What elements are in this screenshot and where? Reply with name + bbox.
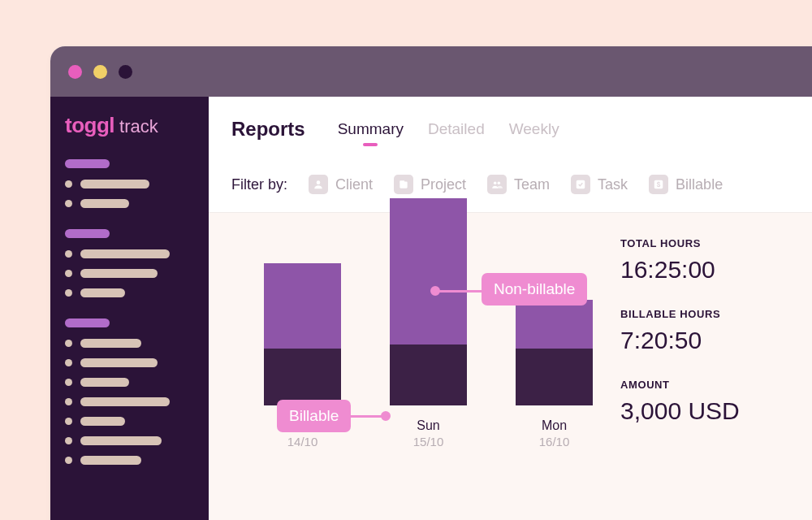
sidebar-item[interactable] <box>65 288 194 297</box>
filter-client[interactable]: Client <box>309 175 373 194</box>
filter-billable[interactable]: $Billable <box>649 175 723 194</box>
sidebar-item-label <box>80 339 141 348</box>
zoom-traffic-light[interactable] <box>119 65 132 79</box>
app-window: toggl track Reports SummaryDetailedWeekl… <box>50 46 812 520</box>
bar-date: 14/10 <box>287 435 318 448</box>
filter-label-text: Client <box>335 176 373 193</box>
filter-label-text: Billable <box>676 176 723 193</box>
sidebar-item-dot <box>65 418 72 425</box>
filter-label: Filter by: <box>231 176 287 193</box>
tab-summary[interactable]: Summary <box>338 120 404 138</box>
sidebar-item[interactable] <box>65 397 194 406</box>
report-header: Reports SummaryDetailedWeekly <box>209 97 812 149</box>
stat-value: 7:20:50 <box>620 327 807 354</box>
filter-label-text: Project <box>421 176 466 193</box>
window-body: toggl track Reports SummaryDetailedWeekl… <box>50 97 812 520</box>
bar-segment-nonbillable <box>516 300 593 349</box>
callout-nonbillable: Non-billable <box>482 273 587 306</box>
sidebar-item[interactable] <box>65 339 194 348</box>
filter-label-text: Team <box>514 176 550 193</box>
stat-value: 16:25:00 <box>620 256 807 284</box>
sidebar-item-label <box>80 249 170 258</box>
bar-segment-nonbillable <box>264 263 341 349</box>
sidebar-group <box>65 229 194 297</box>
main-area: Reports SummaryDetailedWeekly Filter by:… <box>209 97 812 520</box>
svg-text:$: $ <box>657 181 661 188</box>
stat-block: BILLABLE HOURS7:20:50 <box>620 308 807 354</box>
svg-point-3 <box>494 182 497 185</box>
sidebar-group-header[interactable] <box>65 318 110 327</box>
stats-panel: TOTAL HOURS16:25:00BILLABLE HOURS7:20:50… <box>620 237 807 520</box>
sidebar-item[interactable] <box>65 417 194 426</box>
filter-label-text: Task <box>598 176 628 193</box>
svg-point-0 <box>317 180 321 184</box>
svg-point-4 <box>498 182 501 185</box>
sidebar-item-dot <box>65 359 72 366</box>
filter-team[interactable]: Team <box>487 175 550 194</box>
chart-bar-column: Sun15/10 <box>390 198 467 448</box>
filter-bar: Filter by: ClientProjectTeamTask$Billabl… <box>209 149 812 213</box>
logo-sub: track <box>119 116 158 137</box>
bar-date: 16/10 <box>539 435 570 448</box>
stat-label: AMOUNT <box>620 379 807 391</box>
window-titlebar <box>50 46 812 97</box>
sidebar-item-label <box>80 358 158 367</box>
sidebar-item[interactable] <box>65 269 194 278</box>
project-icon <box>394 175 413 194</box>
sidebar-group <box>65 318 194 465</box>
sidebar-item-label <box>80 378 129 387</box>
callout-billable-line <box>349 415 383 418</box>
stat-label: BILLABLE HOURS <box>620 308 807 320</box>
tab-detailed[interactable]: Detailed <box>428 120 485 138</box>
page-title: Reports <box>231 118 305 141</box>
close-traffic-light[interactable] <box>68 65 82 79</box>
chart-bar <box>264 263 341 405</box>
sidebar-item-label <box>80 269 158 278</box>
sidebar-item[interactable] <box>65 180 194 188</box>
sidebar-item-label <box>80 288 125 297</box>
bar-day: Mon <box>539 418 570 433</box>
bar-segment-billable <box>390 344 467 405</box>
stat-block: AMOUNT3,000 USD <box>620 379 807 425</box>
chart-bar-column: Mon16/10 <box>516 300 593 448</box>
filter-task[interactable]: Task <box>571 175 628 194</box>
bar-label: Sun15/10 <box>413 418 444 448</box>
sidebar-item-label <box>80 456 141 465</box>
logo-main: toggl <box>65 113 114 138</box>
team-icon <box>487 175 507 194</box>
tab-weekly[interactable]: Weekly <box>509 120 559 138</box>
callout-nonbillable-text: Non-billable <box>494 280 575 298</box>
sidebar-item-dot <box>65 457 72 464</box>
sidebar-group <box>65 159 194 208</box>
sidebar-item[interactable] <box>65 436 194 445</box>
sidebar-item[interactable] <box>65 249 194 258</box>
sidebar-item[interactable] <box>65 378 194 387</box>
chart-bar <box>390 198 467 405</box>
sidebar-group-header[interactable] <box>65 229 110 238</box>
sidebar-item[interactable] <box>65 358 194 367</box>
billable-icon: $ <box>649 175 668 194</box>
svg-rect-1 <box>400 182 407 188</box>
sidebar-group-header[interactable] <box>65 159 110 168</box>
sidebar-item[interactable] <box>65 456 194 465</box>
sidebar-item-dot <box>65 289 72 297</box>
chart-bar <box>516 300 593 405</box>
client-icon <box>309 175 328 194</box>
sidebar-item[interactable] <box>65 199 194 208</box>
sidebar-item-dot <box>65 379 72 386</box>
sidebar-item-label <box>80 417 125 426</box>
sidebar-item-label <box>80 199 129 208</box>
sidebar-item-dot <box>65 250 72 258</box>
bar-segment-nonbillable <box>390 198 467 344</box>
bar-segment-billable <box>264 349 341 405</box>
stat-block: TOTAL HOURS16:25:00 <box>620 237 807 284</box>
filter-project[interactable]: Project <box>394 175 466 194</box>
sidebar-item-dot <box>65 200 72 207</box>
task-icon <box>571 175 590 194</box>
minimize-traffic-light[interactable] <box>93 65 107 79</box>
sidebar-item-label <box>80 436 162 445</box>
svg-rect-2 <box>400 180 404 182</box>
stat-label: TOTAL HOURS <box>620 237 807 249</box>
bar-segment-billable <box>516 349 593 405</box>
callout-billable-dot <box>381 411 391 421</box>
